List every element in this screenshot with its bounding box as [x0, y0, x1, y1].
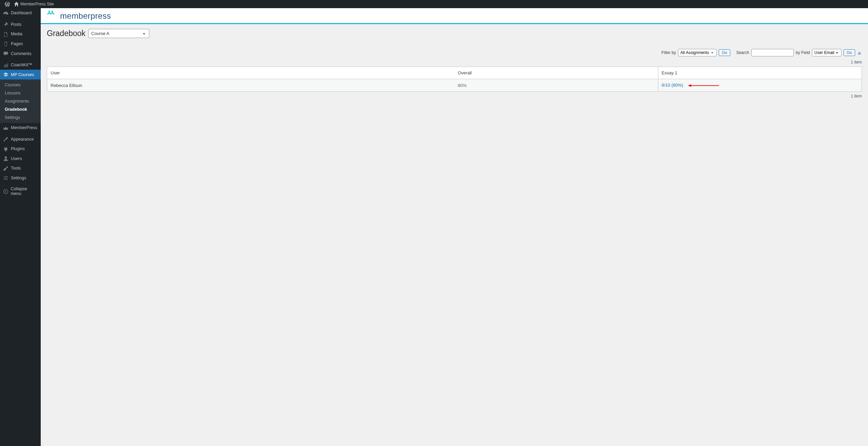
comment-icon [3, 51, 9, 56]
search-label: Search [736, 50, 749, 55]
course-select[interactable]: Course A [88, 29, 149, 38]
brand-bar: ᄊ memberpress [41, 8, 868, 23]
wp-logo-icon[interactable] [3, 2, 12, 7]
brush-icon [3, 137, 9, 142]
sidebar-item-pages[interactable]: Pages [0, 39, 41, 49]
sidebar-item-label: Dashboard [11, 11, 32, 15]
filter-go-button[interactable]: Go [719, 49, 730, 56]
search-field-select[interactable]: User Email [812, 49, 842, 56]
submenu-settings[interactable]: Settings [0, 113, 41, 122]
sidebar-item-comments[interactable]: Comments [0, 49, 41, 58]
sidebar-item-dashboard[interactable]: Dashboard [0, 8, 41, 18]
cell-user-name: Rebecca Ellison [47, 79, 455, 92]
sidebar-item-label: MP Courses [11, 72, 34, 77]
collapse-icon [3, 189, 8, 194]
cell-essay-1: 8/10 (80%) [658, 79, 862, 92]
site-home-link[interactable]: MemberPress Site [12, 2, 56, 7]
sidebar-item-label: Users [11, 156, 22, 161]
page-header: Gradebook Course A [47, 29, 862, 38]
col-header-overall[interactable]: Overall [454, 67, 658, 79]
submenu-lessons[interactable]: Lessons [0, 89, 41, 97]
chart-icon [3, 62, 9, 68]
admin-bar: MemberPress Site [0, 0, 868, 8]
filters-row: Filter by All Assignments Go Search by F… [47, 49, 862, 56]
chart-link-icon[interactable] [857, 50, 862, 55]
page-icon [3, 41, 9, 47]
sidebar-item-memberpress[interactable]: MemberPress [0, 123, 41, 133]
sidebar-collapse[interactable]: Collapse menu [0, 184, 41, 198]
sidebar-item-label: Appearance [11, 137, 34, 142]
sidebar-item-label: Plugins [11, 146, 25, 151]
sliders-icon [3, 175, 9, 181]
sidebar-item-label: Pages [11, 41, 23, 46]
site-name: MemberPress Site [20, 2, 54, 6]
filter-by-label: Filter by [661, 50, 676, 55]
user-icon [3, 156, 9, 162]
by-field-label: by Field [796, 50, 810, 55]
filter-assignments-select[interactable]: All Assignments [678, 49, 717, 56]
dashboard-icon [3, 10, 9, 16]
sidebar-item-media[interactable]: Media [0, 29, 41, 39]
svg-point-1 [3, 189, 8, 194]
search-go-button[interactable]: Go [844, 49, 855, 56]
mp-courses-submenu: Courses Lessons Assignments Gradebook Se… [0, 79, 41, 123]
annotation-arrow-icon [688, 83, 719, 88]
svg-point-0 [5, 157, 7, 159]
cell-overall: 80% [454, 79, 658, 92]
sidebar-item-users[interactable]: Users [0, 154, 41, 164]
memberpress-logo-text: memberpress [60, 11, 111, 21]
submenu-courses[interactable]: Courses [0, 81, 41, 89]
sidebar-item-mp-courses[interactable]: MP Courses [0, 70, 41, 79]
sidebar-item-label: Posts [11, 22, 21, 27]
pin-icon [3, 22, 9, 28]
graduation-cap-icon [3, 72, 9, 77]
sidebar-item-label: Settings [11, 176, 26, 180]
item-count-top: 1 item [47, 58, 862, 67]
page-title: Gradebook [47, 29, 86, 38]
sidebar-item-label: Tools [11, 166, 21, 171]
sidebar-item-settings[interactable]: Settings [0, 173, 41, 183]
sidebar-item-label: MemberPress [11, 125, 37, 130]
sidebar-item-posts[interactable]: Posts [0, 20, 41, 30]
sidebar-item-label: Comments [11, 51, 31, 56]
sidebar-item-tools[interactable]: Tools [0, 163, 41, 173]
item-count-bottom: 1 item [47, 92, 862, 101]
col-header-essay-1[interactable]: Essay 1 [658, 67, 862, 79]
table-row: Rebecca Ellison 80% 8/10 (80%) [47, 79, 862, 92]
submenu-assignments[interactable]: Assignments [0, 97, 41, 105]
sidebar-item-label: CoachKit™ [11, 63, 32, 67]
media-icon [3, 31, 9, 37]
search-input[interactable] [751, 49, 794, 56]
sidebar-item-coachkit[interactable]: CoachKit™ [0, 60, 41, 70]
sidebar-item-appearance[interactable]: Appearance [0, 135, 41, 144]
memberpress-icon [3, 125, 9, 131]
admin-sidebar: Dashboard Posts Media Pages Comments Coa… [0, 8, 41, 446]
col-header-user[interactable]: User [47, 67, 455, 79]
sidebar-item-plugins[interactable]: Plugins [0, 144, 41, 154]
submenu-gradebook[interactable]: Gradebook [0, 105, 41, 113]
memberpress-logo-icon: ᄊ [47, 10, 57, 22]
sidebar-item-label: Collapse menu [11, 186, 38, 196]
gradebook-table: User Overall Essay 1 Rebecca Ellison 80%… [47, 67, 862, 92]
plug-icon [3, 146, 9, 152]
grade-link[interactable]: 8/10 (80%) [662, 83, 683, 88]
wrench-icon [3, 165, 9, 171]
sidebar-item-label: Media [11, 32, 22, 36]
